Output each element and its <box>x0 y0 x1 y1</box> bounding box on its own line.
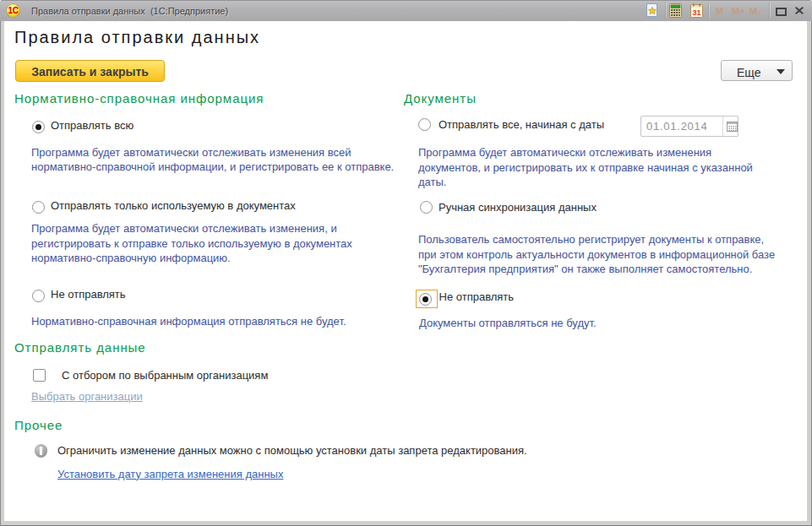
svg-text:31: 31 <box>692 8 700 17</box>
